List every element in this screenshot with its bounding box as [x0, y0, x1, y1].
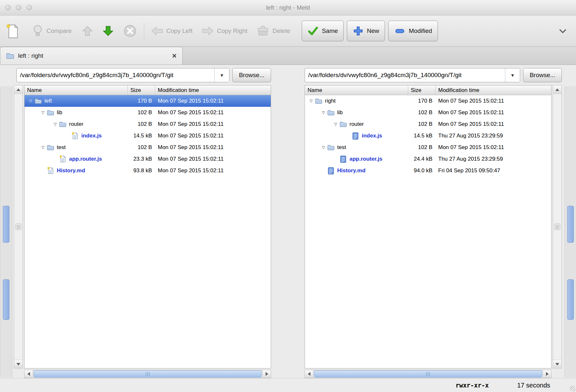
- scroll-left-button[interactable]: [305, 370, 313, 378]
- table-row[interactable]: ▽ test 102 B Mon 07 Sep 2015 15:02:11: [25, 142, 271, 153]
- file-name: test: [57, 144, 66, 151]
- scroll-down-button[interactable]: [14, 360, 23, 368]
- file-name: app.router.js: [349, 156, 382, 162]
- left-path-dropdown-button[interactable]: ▾: [214, 68, 229, 82]
- table-row[interactable]: ▽ lib 102 B Mon 07 Sep 2015 15:02:11: [25, 107, 271, 118]
- row-name-cell: ▽ lib: [25, 109, 128, 116]
- table-row[interactable]: ▽ left 170 B Mon 07 Sep 2015 15:02:11: [25, 95, 271, 107]
- scroll-left-button[interactable]: [25, 370, 33, 378]
- file-size: 94.0 kB: [408, 167, 436, 174]
- scroll-down-button[interactable]: [553, 360, 561, 368]
- expander-icon[interactable]: ▽: [320, 145, 327, 150]
- row-name-cell: ▽ left: [25, 97, 128, 105]
- right-path-combo[interactable]: /var/folders/dv/vwyfc80n6_z9g84cm3j7b_14…: [305, 68, 520, 82]
- file-icon: [59, 155, 67, 163]
- table-row[interactable]: History.md 93.8 kB Mon 07 Sep 2015 15:02…: [25, 165, 271, 176]
- left-horizontal-scrollbar[interactable]: [24, 370, 271, 378]
- scrollbar-thumb[interactable]: [314, 370, 542, 377]
- right-path-dropdown-button[interactable]: ▾: [505, 68, 520, 82]
- tree-indent: [308, 171, 320, 171]
- folder-icon: [34, 97, 42, 105]
- table-row[interactable]: ▽ lib 102 B Mon 07 Sep 2015 15:02:11: [305, 107, 551, 118]
- copy-right-button[interactable]: Copy Right: [202, 26, 247, 36]
- table-row[interactable]: ▽ test 102 B Mon 07 Sep 2015 15:02:11: [305, 142, 551, 153]
- scroll-right-button[interactable]: [262, 370, 271, 378]
- chevron-down-icon: ▾: [511, 72, 514, 79]
- table-row[interactable]: index.js 14.5 kB Mon 07 Sep 2015 15:02:1…: [25, 130, 271, 142]
- expander-icon[interactable]: ▽: [320, 110, 327, 115]
- column-header-name[interactable]: Name: [25, 85, 128, 95]
- arrow-left-icon: [151, 26, 163, 36]
- table-row[interactable]: ▽ router 102 B Mon 07 Sep 2015 15:02:11: [305, 118, 551, 130]
- zoom-window-button[interactable]: [26, 5, 32, 10]
- expander-icon[interactable]: ▽: [27, 99, 34, 103]
- status-bar: rwxr-xr-x 17 seconds: [0, 378, 576, 392]
- stop-button[interactable]: [123, 24, 137, 38]
- stop-icon: [123, 24, 137, 38]
- tree-indent: [308, 159, 332, 159]
- chunk-map-block[interactable]: [567, 279, 574, 320]
- table-row[interactable]: app.router.js 24.4 kB Thu 27 Aug 2015 23…: [305, 153, 551, 165]
- column-header-size[interactable]: Size: [128, 85, 155, 95]
- minimize-window-button[interactable]: [16, 5, 21, 10]
- folder-glyph: [327, 110, 335, 116]
- column-header-name[interactable]: Name: [305, 85, 408, 95]
- column-header-size[interactable]: Size: [408, 85, 436, 95]
- chunk-map-block[interactable]: [3, 279, 9, 320]
- tab-close-icon[interactable]: ×: [172, 52, 177, 60]
- compare-button[interactable]: Compare: [32, 25, 72, 37]
- scrollbar-grip[interactable]: [15, 224, 21, 230]
- file-mtime: Thu 27 Aug 2015 23:29:59: [436, 156, 551, 162]
- filter-modified-button[interactable]: Modified: [388, 21, 438, 41]
- scrollbar-thumb[interactable]: [34, 370, 262, 377]
- left-browse-button[interactable]: Browse...: [232, 68, 271, 82]
- row-name-cell: index.js: [25, 132, 128, 140]
- tree-indent: [27, 136, 64, 136]
- chunk-map-block[interactable]: [3, 206, 9, 243]
- scroll-up-button[interactable]: [553, 85, 561, 94]
- toolbar-overflow-button[interactable]: [558, 26, 568, 36]
- delete-button[interactable]: Delete: [257, 25, 290, 36]
- scroll-right-button[interactable]: [543, 370, 551, 378]
- table-row[interactable]: History.md 94.0 kB Fri 04 Sep 2015 09:50…: [305, 165, 551, 176]
- column-header-mtime[interactable]: Modification time: [436, 85, 551, 95]
- right-horizontal-scrollbar[interactable]: [305, 370, 551, 378]
- new-comparison-button[interactable]: [5, 23, 19, 39]
- table-row[interactable]: ▽ right 170 B Mon 07 Sep 2015 15:02:11: [305, 95, 551, 107]
- previous-diff-button[interactable]: [81, 25, 94, 37]
- scroll-up-button[interactable]: [14, 85, 23, 94]
- next-diff-button[interactable]: [102, 25, 114, 37]
- expander-icon[interactable]: ▽: [308, 99, 315, 103]
- left-path-combo[interactable]: /var/folders/dv/vwyfc80n6_z9g84cm3j7b_14…: [16, 68, 229, 82]
- tab-left-right[interactable]: left : right ×: [0, 47, 183, 65]
- row-name-cell: ▽ test: [25, 144, 128, 151]
- scrollbar-grip[interactable]: [554, 224, 560, 230]
- left-path-text[interactable]: /var/folders/dv/vwyfc80n6_z9g84cm3j7b_14…: [17, 68, 214, 82]
- expander-icon[interactable]: ▽: [39, 145, 46, 150]
- triangle-right-icon: [266, 372, 268, 376]
- close-window-button[interactable]: [5, 5, 11, 10]
- file-name: lib: [337, 109, 343, 116]
- expander-icon[interactable]: ▽: [52, 122, 59, 126]
- folder-icon: [315, 97, 323, 105]
- copy-left-button[interactable]: Copy Left: [151, 26, 192, 36]
- file-size: 23.3 kB: [128, 156, 155, 162]
- right-browse-button[interactable]: Browse...: [523, 68, 562, 82]
- file-mtime: Mon 07 Sep 2015 15:02:11: [436, 109, 551, 116]
- file-name: index.js: [81, 133, 102, 139]
- expander-icon[interactable]: ▽: [39, 110, 46, 115]
- filter-new-button[interactable]: New: [347, 21, 385, 41]
- table-row[interactable]: index.js 14.5 kB Thu 27 Aug 2015 23:29:5…: [305, 130, 551, 142]
- table-row[interactable]: ▽ router 102 B Mon 07 Sep 2015 15:02:11: [25, 118, 271, 130]
- file-mtime: Mon 07 Sep 2015 15:02:11: [436, 98, 551, 104]
- right-vertical-scrollbar[interactable]: [553, 85, 562, 368]
- expander-icon[interactable]: ▽: [332, 122, 339, 126]
- filter-same-button[interactable]: Same: [302, 21, 344, 41]
- column-header-mtime[interactable]: Modification time: [155, 85, 271, 95]
- chunk-map-block[interactable]: [567, 206, 574, 243]
- resize-grip[interactable]: [570, 386, 575, 391]
- left-vertical-scrollbar[interactable]: [14, 85, 23, 368]
- table-row[interactable]: app.router.js 23.3 kB Mon 07 Sep 2015 15…: [25, 153, 271, 165]
- file-glyph: [328, 167, 334, 175]
- right-path-text[interactable]: /var/folders/dv/vwyfc80n6_z9g84cm3j7b_14…: [305, 68, 505, 82]
